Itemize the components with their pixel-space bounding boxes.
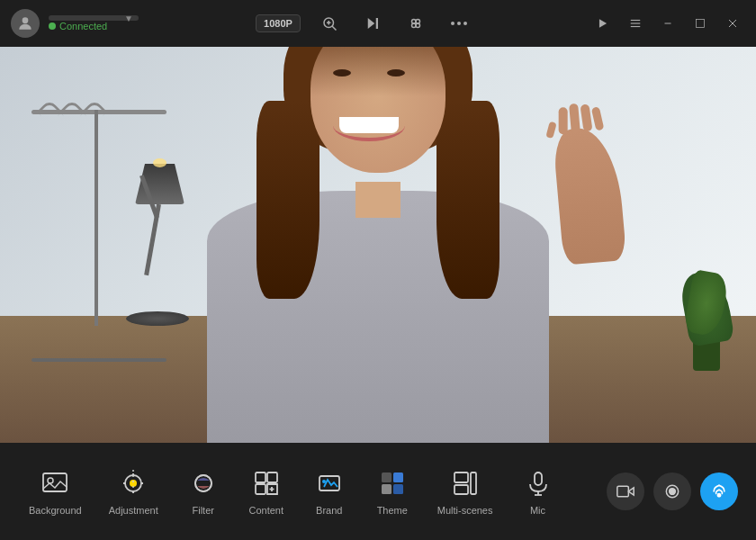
adjustment-label: Adjustment: [109, 505, 158, 516]
minimize-button[interactable]: [655, 11, 680, 36]
tool-items: Background Adjustment: [18, 460, 567, 523]
svg-marker-14: [599, 19, 607, 27]
svg-rect-34: [267, 472, 277, 482]
adjustment-icon: [117, 467, 149, 500]
svg-rect-19: [697, 20, 705, 28]
titlebar-center: 1080P: [256, 9, 473, 38]
tool-filter[interactable]: Filter: [175, 460, 232, 523]
tool-theme[interactable]: Theme: [364, 460, 421, 523]
svg-point-13: [464, 22, 467, 25]
play-button[interactable]: [590, 11, 616, 36]
skip-button[interactable]: [358, 9, 387, 38]
username-dropdown-icon[interactable]: ▼: [124, 14, 133, 23]
svg-point-53: [717, 494, 720, 497]
menu-button[interactable]: [623, 11, 648, 36]
multi-scenes-icon: [449, 467, 482, 500]
svg-rect-43: [393, 484, 403, 494]
content-icon: [250, 467, 283, 500]
svg-rect-46: [471, 472, 476, 494]
svg-rect-50: [617, 486, 629, 497]
filter-icon: [187, 467, 220, 500]
svg-rect-40: [382, 472, 392, 482]
zoom-in-button[interactable]: [315, 9, 344, 38]
svg-line-2: [332, 26, 337, 31]
avatar: [11, 9, 40, 38]
tool-brand[interactable]: Brand: [301, 460, 358, 523]
svg-rect-35: [256, 484, 266, 494]
preview-area: [0, 47, 756, 443]
tool-adjustment[interactable]: Adjustment: [98, 460, 169, 523]
svg-point-10: [416, 23, 420, 28]
tool-multi-scenes[interactable]: Multi-scenes: [427, 460, 504, 523]
person: [189, 56, 567, 443]
resolution-badge[interactable]: 1080P: [256, 14, 301, 32]
tool-background[interactable]: Background: [18, 460, 93, 523]
brand-icon: [313, 467, 346, 500]
background-label: Background: [29, 505, 82, 516]
svg-point-23: [48, 478, 53, 483]
titlebar-right: [590, 11, 745, 36]
svg-rect-47: [535, 472, 542, 485]
svg-rect-33: [256, 472, 266, 482]
svg-rect-6: [376, 18, 378, 29]
content-label: Content: [248, 505, 284, 516]
toolbar-right: [607, 472, 738, 510]
camera-button[interactable]: [607, 472, 644, 510]
svg-rect-42: [382, 484, 392, 494]
multi-scenes-label: Multi-scenes: [437, 505, 493, 516]
username-input[interactable]: ▼: [49, 15, 139, 21]
svg-rect-45: [454, 485, 468, 494]
live-button[interactable]: [700, 472, 738, 510]
svg-point-39: [322, 480, 326, 483]
svg-point-12: [457, 22, 461, 25]
connection-dot: [49, 22, 56, 30]
filter-label: Filter: [193, 505, 214, 516]
more-options-button[interactable]: [445, 9, 473, 38]
plant: [684, 263, 729, 371]
connection-label: Connected: [59, 21, 107, 32]
close-button[interactable]: [720, 11, 745, 36]
svg-point-32: [195, 475, 212, 491]
titlebar-left: ▼ Connected: [11, 9, 139, 38]
background-icon: [39, 467, 71, 500]
tool-content[interactable]: Content: [238, 460, 295, 523]
record-button[interactable]: [653, 472, 691, 510]
maximize-button[interactable]: [688, 11, 713, 36]
brand-label: Brand: [316, 505, 342, 516]
svg-point-11: [451, 22, 454, 25]
theme-icon: [376, 467, 409, 500]
layout-button[interactable]: [401, 9, 430, 38]
tool-mic[interactable]: Mic: [509, 460, 567, 523]
camera-scene: [0, 47, 756, 443]
theme-label: Theme: [377, 505, 408, 516]
mic-label: Mic: [530, 505, 545, 516]
svg-point-0: [22, 17, 29, 23]
svg-marker-5: [368, 18, 375, 29]
titlebar: ▼ Connected 1080P: [0, 0, 756, 47]
svg-rect-22: [43, 473, 67, 491]
svg-point-52: [670, 489, 676, 495]
svg-rect-44: [454, 472, 468, 482]
person-head: [302, 47, 454, 191]
username-bar: ▼: [49, 15, 139, 21]
user-info: ▼ Connected: [49, 15, 139, 32]
mic-icon: [522, 467, 554, 500]
svg-rect-41: [393, 472, 403, 482]
bottom-toolbar: Background Adjustment: [0, 443, 756, 540]
